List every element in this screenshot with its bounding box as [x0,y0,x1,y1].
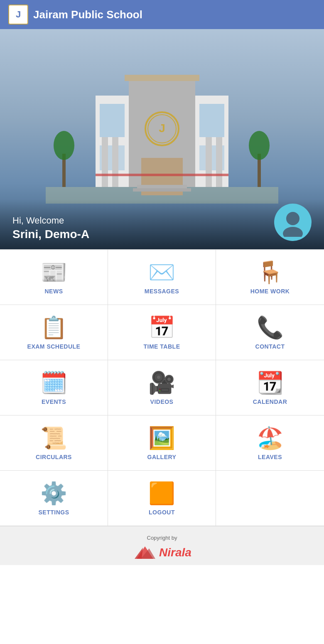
svg-text:J: J [159,122,165,135]
grid-empty-cell [216,471,324,526]
svg-rect-4 [100,104,125,137]
time-table-icon: 📅 [148,317,175,338]
news-label: NEWS [45,288,63,295]
svg-rect-6 [199,104,224,137]
events-icon: 🗓️ [40,372,67,393]
videos-icon: 🎥 [148,372,175,393]
exam-schedule-label: EXAM SCHEDULE [27,343,81,350]
menu-grid: 📰 NEWS ✉️ MESSAGES 🪑 HOME WORK 📋 EXAM SC… [0,249,324,526]
leaves-label: LEAVES [258,454,282,460]
time-table-label: TIME TABLE [144,343,180,350]
grid-item-calendar[interactable]: 📆 CALENDAR [216,360,324,415]
grid-item-news[interactable]: 📰 NEWS [0,250,108,305]
grid-item-circulars[interactable]: 📜 CIRCULARS [0,415,108,471]
svg-rect-17 [137,185,187,188]
svg-point-24 [286,212,299,225]
grid-item-contact[interactable]: 📞 CONTACT [216,305,324,360]
settings-label: SETTINGS [38,509,69,516]
gallery-icon: 🖼️ [148,427,175,449]
app-header: J Jairam Public School [0,0,324,29]
gallery-label: GALLERY [147,454,177,460]
app-footer: Copyright by Nirala [0,526,324,565]
user-name: Srini, Demo-A [12,228,89,241]
grid-item-events[interactable]: 🗓️ EVENTS [0,360,108,415]
welcome-text: Hi, Welcome [12,215,89,226]
grid-item-homework[interactable]: 🪑 HOME WORK [216,250,324,305]
logout-icon: 🟧 [148,482,175,504]
school-name: Jairam Public School [33,8,142,21]
svg-marker-28 [135,548,143,559]
svg-point-25 [283,227,303,237]
hero-banner: J Hi, Welcome Srini, Demo-A [0,29,324,249]
circulars-icon: 📜 [40,427,67,449]
logout-label: LOGOUT [149,509,175,516]
svg-point-22 [249,131,270,160]
building-illustration: J [46,62,278,204]
settings-icon: ⚙️ [40,482,67,504]
leaves-icon: 🏖️ [257,427,284,449]
svg-point-20 [54,131,74,160]
school-logo: J [8,5,28,25]
grid-item-time-table[interactable]: 📅 TIME TABLE [108,305,216,360]
copyright-text: Copyright by [4,535,320,541]
hero-text-block: Hi, Welcome Srini, Demo-A [12,215,89,241]
footer-logo-icon [133,544,157,561]
grid-item-messages[interactable]: ✉️ MESSAGES [108,250,216,305]
footer-logo-area: Nirala [4,544,320,561]
circulars-label: CIRCULARS [36,454,72,460]
svg-rect-15 [216,137,222,187]
avatar [274,204,312,241]
svg-rect-16 [206,137,212,187]
svg-rect-23 [96,174,228,176]
grid-item-videos[interactable]: 🎥 VIDEOS [108,360,216,415]
grid-item-logout[interactable]: 🟧 LOGOUT [108,471,216,526]
exam-schedule-icon: 📋 [40,317,67,338]
messages-icon: ✉️ [148,261,175,283]
homework-icon: 🪑 [257,261,284,283]
svg-rect-12 [125,75,199,81]
svg-rect-18 [133,188,191,192]
svg-rect-13 [102,137,108,187]
footer-brand-name: Nirala [159,546,191,559]
hero-overlay: Hi, Welcome Srini, Demo-A [0,199,324,249]
calendar-label: CALENDAR [253,398,287,405]
grid-item-exam-schedule[interactable]: 📋 EXAM SCHEDULE [0,305,108,360]
news-icon: 📰 [40,261,67,283]
contact-label: CONTACT [255,343,285,350]
messages-label: MESSAGES [145,288,179,295]
avatar-icon [278,208,307,237]
events-label: EVENTS [42,398,66,405]
videos-label: VIDEOS [150,398,174,405]
grid-item-leaves[interactable]: 🏖️ LEAVES [216,415,324,471]
contact-icon: 📞 [257,317,284,338]
calendar-icon: 📆 [257,372,284,393]
svg-rect-14 [112,137,118,187]
homework-label: HOME WORK [250,288,290,295]
grid-item-gallery[interactable]: 🖼️ GALLERY [108,415,216,471]
grid-item-settings[interactable]: ⚙️ SETTINGS [0,471,108,526]
